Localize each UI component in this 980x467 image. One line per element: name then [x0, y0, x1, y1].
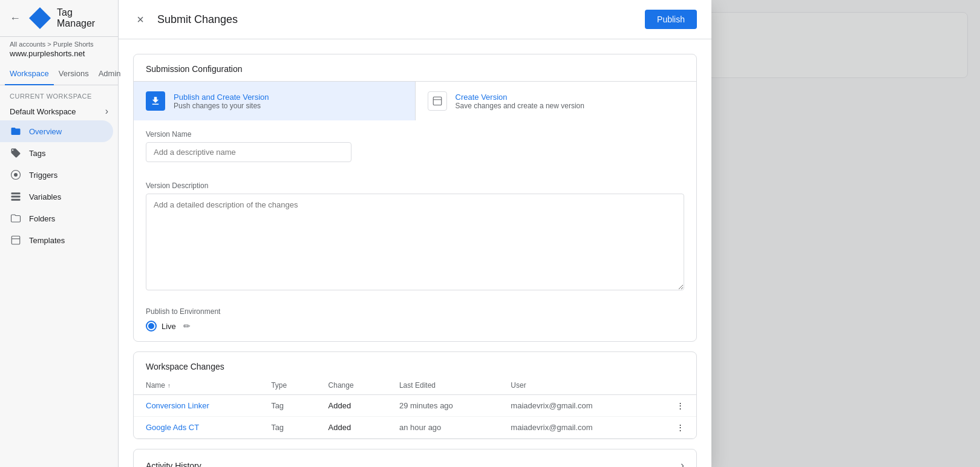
row2-change: Added — [316, 417, 387, 439]
col-type: Type — [259, 376, 316, 395]
activity-history-header[interactable]: Activity History › — [134, 449, 696, 467]
sidebar-item-templates[interactable]: Templates — [0, 229, 113, 251]
row1-user: maiadevrix@gmail.com — [498, 395, 650, 417]
row1-type: Tag — [259, 395, 316, 417]
sort-arrow-icon: ↑ — [168, 382, 171, 389]
publish-env-section: Publish to Environment Live ✏ — [134, 302, 696, 341]
account-info: All accounts > Purple Shorts — [0, 37, 118, 49]
workspace-changes-title: Workspace Changes — [146, 362, 224, 371]
sidebar-item-triggers[interactable]: Triggers — [0, 164, 113, 186]
env-radio[interactable] — [146, 321, 157, 331]
submission-config-card: Submission Configuration Publish and Cre… — [133, 54, 697, 342]
create-version-option[interactable]: Create Version Save changes and create a… — [415, 82, 697, 120]
sidebar-item-variables[interactable]: Variables — [0, 186, 113, 207]
main-area: New Tag Choose from over 50 tag types Ad… — [119, 0, 980, 467]
version-desc-section: Version Description — [134, 172, 696, 302]
sidebar-item-overview[interactable]: Overview — [0, 120, 113, 142]
tab-versions[interactable]: Versions — [54, 63, 94, 85]
row2-type: Tag — [259, 417, 316, 439]
account-url: www.purpleshorts.net — [0, 49, 118, 63]
version-name-section: Version Name — [134, 120, 696, 172]
sidebar-item-folders[interactable]: Folders — [0, 207, 113, 229]
col-user: User — [498, 376, 650, 395]
version-name-label: Version Name — [146, 130, 684, 139]
version-name-input[interactable] — [146, 142, 351, 162]
tab-workspace[interactable]: Workspace — [5, 63, 54, 85]
workspace-selector[interactable]: Default Workspace › — [0, 102, 118, 120]
sidebar-item-overview-label: Overview — [29, 127, 62, 136]
app-title: Tag Manager — [57, 7, 108, 29]
back-button[interactable]: ← — [10, 12, 21, 25]
chevron-right-activity-icon: › — [681, 459, 684, 467]
env-item: Live ✏ — [146, 321, 684, 331]
modal-body: Submission Configuration Publish and Cre… — [119, 39, 711, 467]
col-actions — [650, 376, 696, 395]
submission-config-title: Submission Configuration — [134, 54, 696, 81]
folders-icon — [10, 212, 22, 224]
create-option-title: Create Version — [456, 93, 584, 102]
publish-option-title: Publish and Create Version — [174, 93, 269, 102]
tag-icon — [10, 147, 22, 159]
publish-option-text: Publish and Create Version Push changes … — [174, 93, 269, 110]
workspace-changes-card: Workspace Changes Name ↑ — [133, 351, 697, 439]
table-row: Conversion Linker Tag Added 29 minutes a… — [134, 395, 696, 417]
svg-rect-7 — [433, 97, 442, 105]
col-change: Change — [316, 376, 387, 395]
nav-tabs: Workspace Versions Admin — [0, 63, 118, 85]
workspace-changes-header: Workspace Changes — [134, 352, 696, 376]
col-last-edited: Last Edited — [387, 376, 498, 395]
svg-rect-4 — [11, 199, 21, 201]
sidebar-item-tags-label: Tags — [29, 149, 45, 158]
svg-rect-3 — [11, 196, 21, 198]
row2-user: maiadevrix@gmail.com — [498, 417, 650, 439]
config-options: Publish and Create Version Push changes … — [134, 81, 696, 120]
publish-create-version-option[interactable]: Publish and Create Version Push changes … — [134, 82, 415, 120]
bolt-icon — [10, 169, 22, 181]
publish-button[interactable]: Publish — [645, 10, 697, 29]
env-label: Publish to Environment — [146, 307, 684, 316]
folder-open-icon — [10, 125, 22, 137]
modal-overlay: × Submit Changes Publish Submission Conf… — [119, 0, 980, 467]
sidebar-item-triggers-label: Triggers — [29, 171, 57, 180]
sidebar-item-tags[interactable]: Tags — [0, 142, 113, 164]
modal-header: × Submit Changes Publish — [119, 0, 711, 39]
activity-history-title: Activity History — [146, 461, 201, 468]
logo-icon — [29, 7, 51, 29]
workspace-name: Default Workspace — [10, 107, 76, 116]
workspace-changes-table: Name ↑ Type Change Last Edited User — [134, 376, 696, 439]
variables-icon — [10, 191, 22, 203]
row1-menu-icon[interactable]: ⋮ — [650, 395, 696, 417]
sidebar-item-templates-label: Templates — [29, 236, 65, 245]
sidebar-item-variables-label: Variables — [29, 192, 61, 201]
row2-last-edited: an hour ago — [387, 417, 498, 439]
table-row: Google Ads CT Tag Added an hour ago maia… — [134, 417, 696, 439]
activity-history-card: Activity History › — [133, 449, 697, 467]
create-version-icon — [428, 91, 447, 111]
create-option-text: Create Version Save changes and create a… — [456, 93, 584, 110]
row2-name[interactable]: Google Ads CT — [134, 417, 259, 439]
close-button[interactable]: × — [133, 12, 148, 27]
svg-point-1 — [14, 173, 18, 177]
workspace-section-label: CURRENT WORKSPACE — [0, 85, 118, 102]
sidebar-item-folders-label: Folders — [29, 214, 55, 223]
modal-panel: × Submit Changes Publish Submission Conf… — [119, 0, 711, 467]
publish-option-desc: Push changes to your sites — [174, 102, 269, 110]
row1-change: Added — [316, 395, 387, 417]
version-desc-textarea[interactable] — [146, 194, 684, 290]
row1-last-edited: 29 minutes ago — [387, 395, 498, 417]
sidebar: ← Tag Manager All accounts > Purple Shor… — [0, 0, 119, 467]
env-name: Live — [162, 322, 176, 331]
row1-name[interactable]: Conversion Linker — [134, 395, 259, 417]
sidebar-header: ← Tag Manager — [0, 0, 118, 37]
svg-rect-2 — [11, 192, 21, 194]
publish-icon — [146, 91, 165, 111]
tab-admin[interactable]: Admin — [94, 63, 126, 85]
row2-menu-icon[interactable]: ⋮ — [650, 417, 696, 439]
col-name: Name ↑ — [134, 376, 259, 395]
edit-env-icon[interactable]: ✏ — [183, 321, 191, 331]
version-desc-label: Version Description — [146, 181, 684, 190]
modal-title: Submit Changes — [157, 13, 635, 26]
create-option-desc: Save changes and create a new version — [456, 102, 584, 110]
svg-rect-5 — [11, 236, 20, 244]
chevron-right-icon: › — [105, 106, 108, 117]
